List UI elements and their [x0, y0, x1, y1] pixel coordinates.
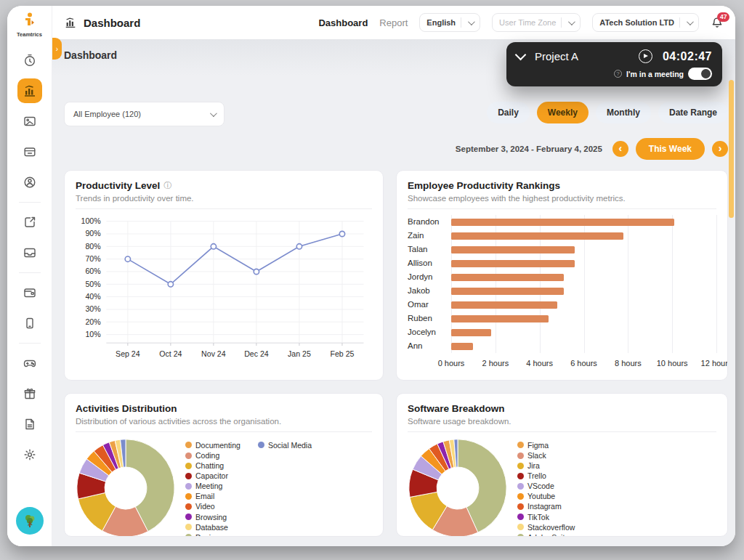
language-select[interactable]: English: [419, 13, 480, 32]
bar-label: Jordyn: [408, 270, 451, 284]
sidebar-item-inbox[interactable]: [17, 240, 42, 265]
sidebar-item-games[interactable]: [17, 351, 42, 376]
card-divider: [76, 431, 372, 432]
legend-label: Slack: [527, 451, 546, 460]
svg-text:90%: 90%: [85, 229, 101, 238]
sidebar-item-apps[interactable]: [17, 139, 42, 164]
bar: [451, 219, 674, 226]
collapse-chevron-icon[interactable]: [515, 49, 527, 60]
sidebar-item-share[interactable]: [17, 210, 42, 235]
legend-item: Stackoverflow: [517, 523, 575, 532]
legend-label: Jira: [527, 461, 540, 470]
legend-label: Capacitor: [195, 471, 228, 480]
select-divider: [461, 17, 461, 28]
notifications-bell[interactable]: 47: [711, 16, 724, 29]
project-name[interactable]: Project A: [535, 50, 578, 62]
sidebar-item-screenshots[interactable]: [17, 109, 42, 134]
scrollbar-thumb[interactable]: [729, 80, 734, 218]
sidebar-item-settings[interactable]: [17, 442, 42, 467]
sidebar-item-dashboard[interactable]: [17, 78, 42, 103]
nav-dashboard[interactable]: Dashboard: [318, 17, 368, 28]
legend-item: Design: [185, 533, 240, 537]
legend-label: Instagram: [527, 502, 562, 511]
sidebar-item-rewards[interactable]: [17, 381, 42, 406]
svg-text:100%: 100%: [81, 216, 102, 225]
legend-dot: [185, 463, 192, 469]
legend-item: Database: [185, 523, 240, 532]
apps-box-icon: [23, 145, 37, 159]
employee-filter-select[interactable]: All Employee (120): [64, 102, 225, 126]
bar-row: [451, 312, 716, 325]
legend-label: Documenting: [195, 441, 240, 450]
sidebar-expand-button[interactable]: ›: [52, 38, 62, 60]
card-divider: [76, 208, 372, 209]
legend-item: Adobe Suite: [517, 533, 575, 537]
chevron-down-icon: [468, 18, 475, 25]
legend-label: Design: [195, 533, 219, 537]
games-icon: [23, 356, 37, 370]
bar-row: [451, 256, 716, 270]
company-select[interactable]: ATech Solution LTD: [592, 13, 699, 32]
user-avatar[interactable]: [16, 507, 44, 535]
svg-text:40%: 40%: [85, 292, 101, 301]
employee-filter-value: All Employee (120): [73, 110, 141, 118]
prev-week-button[interactable]: ‹: [612, 141, 628, 157]
this-week-button[interactable]: This Week: [636, 138, 705, 160]
chevron-down-icon: [210, 110, 217, 117]
legend-item: Figma: [517, 441, 575, 450]
bar-labels: BrandonZainTalanAllisonJordynJakobOmarRu…: [408, 215, 451, 370]
tab-daily[interactable]: Daily: [487, 102, 530, 123]
legend-item: Email: [185, 492, 240, 500]
sidebar-item-devices[interactable]: [17, 311, 42, 336]
sidebar-divider: [19, 272, 41, 273]
rewards-icon: [23, 386, 37, 401]
bar: [451, 301, 557, 309]
bar-row: [451, 270, 716, 284]
chevron-down-icon: [568, 18, 575, 25]
sidebar-item-documents[interactable]: [17, 412, 42, 437]
legend-item: VScode: [517, 482, 575, 490]
app-logo[interactable]: Teamtrics: [17, 12, 42, 38]
tab-monthly[interactable]: Monthly: [596, 102, 651, 123]
meeting-toggle[interactable]: [688, 68, 712, 80]
timezone-select[interactable]: User Time Zone: [492, 13, 581, 32]
gridline: [716, 215, 717, 353]
x-tick-label: 12 hours: [701, 359, 728, 368]
play-icon: [644, 54, 648, 58]
bar-label: Omar: [408, 298, 451, 312]
timer-value: 04:02:47: [663, 50, 712, 63]
next-week-button[interactable]: ›: [712, 141, 728, 157]
tree-avatar-icon: [21, 512, 39, 529]
legend-label: Stackoverflow: [527, 523, 575, 532]
sidebar-item-members[interactable]: [17, 170, 42, 195]
legend-label: Meeting: [195, 482, 222, 490]
x-tick-label: 10 hours: [657, 359, 688, 368]
legend-item: Meeting: [185, 482, 240, 490]
tab-date-range[interactable]: Date Range: [658, 102, 728, 123]
bar-row: [451, 229, 716, 243]
range-tabs: Daily Weekly Monthly Date Range: [487, 102, 728, 123]
card-subtitle: Software usage breakdown.: [408, 417, 716, 426]
legend-label: Figma: [527, 441, 549, 450]
legend-dot: [185, 442, 192, 448]
legend-item: Capacitor: [185, 471, 240, 480]
play-button[interactable]: [639, 49, 652, 63]
legend-item: Video: [185, 502, 240, 511]
nav-report[interactable]: Report: [379, 17, 408, 28]
legend-dot: [517, 503, 524, 510]
legend-dot: [185, 453, 192, 459]
svg-text:Jan 25: Jan 25: [288, 349, 311, 358]
legend-dot: [185, 514, 192, 520]
sidebar-item-timer[interactable]: [17, 48, 42, 73]
bar-plot: [451, 215, 716, 353]
sidebar-item-wallet[interactable]: [17, 280, 42, 305]
x-tick-label: 4 hours: [526, 359, 553, 368]
date-range-label: September 3, 2024 - February 4, 2025: [456, 145, 602, 153]
app-title: Dashboard: [84, 17, 140, 29]
tab-weekly[interactable]: Weekly: [537, 102, 589, 123]
activities-card: Activities Distribution Distribution of …: [64, 393, 384, 537]
legend-label: Trello: [527, 471, 546, 480]
card-title: Employee Productivity Rankings: [408, 180, 560, 191]
svg-text:30%: 30%: [85, 304, 101, 313]
info-icon[interactable]: ⓘ: [163, 180, 171, 191]
